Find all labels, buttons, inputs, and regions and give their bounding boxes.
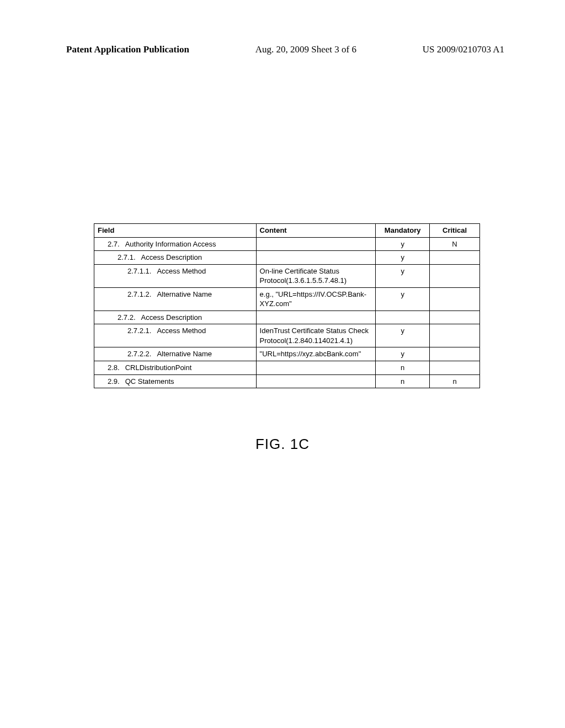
field-label: Authority Information Access: [125, 240, 216, 248]
table-row: 2.7.Authority Information AccessyN: [94, 237, 480, 251]
field-label: Access Method: [157, 326, 206, 335]
header-center: Aug. 20, 2009 Sheet 3 of 6: [255, 44, 356, 55]
cell-mandatory: y: [376, 324, 430, 347]
field-label: CRLDistributionPoint: [125, 363, 192, 372]
cell-field: 2.7.2.Access Description: [94, 311, 257, 324]
cell-mandatory: y: [376, 287, 430, 311]
cell-critical: [430, 361, 480, 375]
cell-content: [256, 374, 376, 388]
cell-content: [256, 311, 376, 324]
cell-mandatory: y: [376, 237, 430, 251]
page-header: Patent Application Publication Aug. 20, …: [66, 44, 504, 55]
cell-content: IdenTrust Certificate Status Check Proto…: [256, 324, 376, 347]
field-number: 2.7.1.2.: [127, 290, 151, 298]
cell-critical: [430, 287, 480, 311]
table-row: 2.7.1.2.Alternative Namee.g., "URL=https…: [94, 287, 480, 311]
field-number: 2.7.1.: [118, 253, 136, 261]
cell-field: 2.7.2.2.Alternative Name: [94, 347, 257, 361]
field-label: Access Description: [141, 313, 202, 322]
table-row: 2.7.2.2.Alternative Name"URL=https://xyz…: [94, 347, 480, 361]
field-number: 2.7.: [108, 240, 120, 248]
cell-field: 2.7.1.Access Description: [94, 251, 257, 265]
col-header-mandatory: Mandatory: [376, 224, 430, 238]
cell-content: On-line Certificate Status Protocol(1.3.…: [256, 264, 376, 287]
field-label: Access Method: [157, 267, 206, 275]
table-row: 2.7.1.1.Access MethodOn-line Certificate…: [94, 264, 480, 287]
table-row: 2.7.2.Access Description: [94, 311, 480, 324]
cell-critical: [430, 311, 480, 324]
field-number: 2.7.2.: [118, 313, 136, 322]
header-right: US 2009/0210703 A1: [423, 44, 504, 55]
cell-critical: n: [430, 374, 480, 388]
cell-mandatory: y: [376, 264, 430, 287]
cell-critical: [430, 251, 480, 265]
cell-content: [256, 361, 376, 375]
cell-critical: [430, 264, 480, 287]
field-label: QC Statements: [125, 377, 174, 386]
cell-field: 2.7.Authority Information Access: [94, 237, 257, 251]
header-left: Patent Application Publication: [66, 44, 189, 55]
cell-mandatory: n: [376, 374, 430, 388]
col-header-content: Content: [256, 224, 376, 238]
cell-mandatory: [376, 311, 430, 324]
field-number: 2.7.2.2.: [127, 350, 151, 358]
cell-field: 2.9.QC Statements: [94, 374, 257, 388]
table-row: 2.7.2.1.Access MethodIdenTrust Certifica…: [94, 324, 480, 347]
field-number: 2.9.: [108, 377, 120, 386]
certificate-fields-table: Field Content Mandatory Critical 2.7.Aut…: [94, 223, 480, 388]
certificate-fields-table-wrap: Field Content Mandatory Critical 2.7.Aut…: [94, 223, 480, 388]
field-label: Alternative Name: [157, 290, 212, 298]
col-header-critical: Critical: [430, 224, 480, 238]
table-header-row: Field Content Mandatory Critical: [94, 224, 480, 238]
field-number: 2.7.2.1.: [127, 326, 151, 335]
field-number: 2.8.: [108, 363, 120, 372]
cell-content: e.g., "URL=https://IV.OCSP.Bank-XYZ.com": [256, 287, 376, 311]
field-label: Alternative Name: [157, 350, 212, 358]
cell-content: [256, 251, 376, 265]
field-label: Access Description: [141, 253, 202, 261]
cell-critical: [430, 347, 480, 361]
cell-field: 2.7.1.1.Access Method: [94, 264, 257, 287]
cell-critical: N: [430, 237, 480, 251]
figure-caption: FIG. 1C: [0, 436, 565, 453]
cell-mandatory: y: [376, 347, 430, 361]
table-row: 2.9.QC Statementsnn: [94, 374, 480, 388]
table-row: 2.7.1.Access Descriptiony: [94, 251, 480, 265]
cell-content: "URL=https://xyz.abcBank.com": [256, 347, 376, 361]
table-row: 2.8.CRLDistributionPointn: [94, 361, 480, 375]
cell-field: 2.7.2.1.Access Method: [94, 324, 257, 347]
cell-field: 2.7.1.2.Alternative Name: [94, 287, 257, 311]
col-header-field: Field: [94, 224, 257, 238]
cell-mandatory: n: [376, 361, 430, 375]
cell-critical: [430, 324, 480, 347]
cell-content: [256, 237, 376, 251]
field-number: 2.7.1.1.: [127, 267, 151, 275]
cell-field: 2.8.CRLDistributionPoint: [94, 361, 257, 375]
cell-mandatory: y: [376, 251, 430, 265]
